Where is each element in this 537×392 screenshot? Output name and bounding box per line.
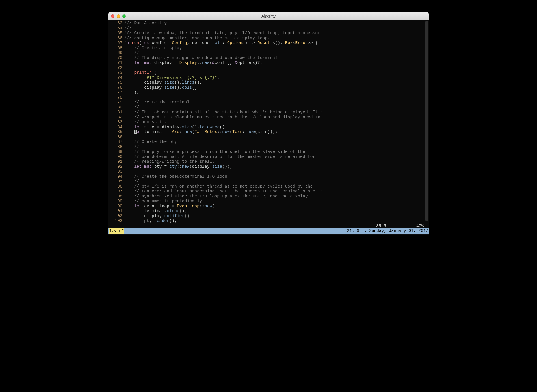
code-line[interactable]: 88 // xyxy=(108,145,429,150)
code-line[interactable]: 97 // renderer and input processing. Not… xyxy=(108,189,429,194)
line-number: 82 xyxy=(108,115,124,120)
code-line[interactable]: 101 terminal.clone(), xyxy=(108,209,429,214)
code-content[interactable]: // xyxy=(124,145,429,150)
code-content[interactable]: // xyxy=(124,105,429,110)
code-content[interactable]: // xyxy=(124,179,429,184)
code-content[interactable]: let terminal = Arc::new(FairMutex::new(T… xyxy=(124,130,429,135)
code-line[interactable]: 84 let size = display.size().to_owned(); xyxy=(108,125,429,130)
code-line[interactable]: 81 // This object contains all of the st… xyxy=(108,110,429,115)
code-line[interactable]: 83 // access it. xyxy=(108,120,429,125)
code-content[interactable] xyxy=(124,135,429,140)
code-content[interactable]: let event_loop = EventLoop::new( xyxy=(124,204,429,209)
code-content[interactable]: ); xyxy=(124,90,429,95)
code-line[interactable]: 63/// Run Alacritty xyxy=(108,21,429,26)
code-content[interactable]: // consumes it periodically. xyxy=(124,199,429,204)
code-content[interactable]: display.notifier(), xyxy=(124,214,429,219)
code-line[interactable]: 71 let mut display = Display::new(&confi… xyxy=(108,60,429,66)
line-number: 88 xyxy=(108,145,124,150)
code-line[interactable]: 75 display.size().lines(), xyxy=(108,80,429,85)
code-content[interactable]: display.size().lines(), xyxy=(124,80,429,85)
code-content[interactable]: // reading/writing to the shell. xyxy=(124,159,429,164)
code-content[interactable]: // The display manages a window and can … xyxy=(124,56,429,61)
code-line[interactable]: 64/// xyxy=(108,26,429,31)
code-content[interactable]: let mut pty = tty::new(display.size()); xyxy=(124,164,429,169)
code-line[interactable]: 100 let event_loop = EventLoop::new( xyxy=(108,204,429,209)
code-content[interactable]: /// xyxy=(124,26,429,31)
code-line[interactable]: 68 // Create a display. xyxy=(108,46,429,51)
line-number: 80 xyxy=(108,105,124,110)
code-line[interactable]: 70 // The display manages a window and c… xyxy=(108,56,429,61)
code-line[interactable]: 72 xyxy=(108,66,429,71)
close-icon[interactable] xyxy=(111,14,114,18)
terminal-body[interactable]: 63/// Run Alacritty64///65/// Creates a … xyxy=(108,20,429,235)
code-line[interactable]: 96 // pty I/O is ran on another thread a… xyxy=(108,184,429,189)
code-line[interactable]: 80 // xyxy=(108,105,429,110)
titlebar[interactable]: Alacritty xyxy=(108,12,429,20)
code-content[interactable]: /// Creates a window, the terminal state… xyxy=(124,31,429,36)
line-number: 64 xyxy=(108,26,124,31)
code-line[interactable]: 85 let terminal = Arc::new(FairMutex::ne… xyxy=(108,130,429,135)
code-content[interactable]: println!( xyxy=(124,70,429,75)
code-content[interactable]: // pseudoterminal. A file descriptor for… xyxy=(124,154,429,160)
code-content[interactable]: // pty I/O is ran on another thread as t… xyxy=(124,184,429,189)
code-line[interactable]: 67fn run(mut config: Config, options: cl… xyxy=(108,41,429,46)
code-line[interactable]: 65/// Creates a window, the terminal sta… xyxy=(108,31,429,36)
code-content[interactable] xyxy=(124,66,429,71)
code-content[interactable]: let size = display.size().to_owned(); xyxy=(124,125,429,130)
code-line[interactable]: 95 // xyxy=(108,179,429,184)
line-number: 72 xyxy=(108,66,124,71)
code-line[interactable]: 79 // Create the terminal xyxy=(108,100,429,105)
code-line[interactable]: 69 // xyxy=(108,51,429,56)
code-content[interactable]: // access it. xyxy=(124,120,429,125)
code-content[interactable]: "PTY Dimensions: {:?} x {:?}", xyxy=(124,75,429,80)
code-line[interactable]: 94 // Create the pseudoterminal I/O loop xyxy=(108,174,429,179)
code-line[interactable]: 92 let mut pty = tty::new(display.size()… xyxy=(108,164,429,169)
code-content[interactable]: let mut display = Display::new(&config, … xyxy=(124,60,429,66)
code-line[interactable]: 98 // synchronized since the I/O loop up… xyxy=(108,194,429,199)
zoom-icon[interactable] xyxy=(122,14,126,18)
code-line[interactable]: 73 println!( xyxy=(108,70,429,75)
code-line[interactable]: 93 xyxy=(108,169,429,174)
code-line[interactable]: 99 // consumes it periodically. xyxy=(108,199,429,204)
code-line[interactable]: 87 // Create the pty xyxy=(108,140,429,145)
code-line[interactable]: 66/// config change monitor, and runs th… xyxy=(108,36,429,41)
code-content[interactable]: fn run(mut config: Config, options: cli:… xyxy=(124,41,429,46)
code-line[interactable]: 74 "PTY Dimensions: {:?} x {:?}", xyxy=(108,75,429,80)
code-content[interactable]: // wrapped in a clonable mutex since bot… xyxy=(124,115,429,120)
code-content[interactable]: pty.reader(), xyxy=(124,219,429,224)
code-content[interactable]: // Create the pty xyxy=(124,140,429,145)
scrollbar[interactable] xyxy=(425,20,429,225)
code-line[interactable]: 86 xyxy=(108,135,429,140)
scrollbar-thumb[interactable] xyxy=(425,21,428,221)
code-line[interactable]: 102 display.notifier(), xyxy=(108,214,429,219)
code-content[interactable]: // Create the terminal xyxy=(124,100,429,105)
code-content[interactable] xyxy=(124,95,429,100)
code-content[interactable]: // This object contains all of the state… xyxy=(124,110,429,115)
code-content[interactable]: /// config change monitor, and runs the … xyxy=(124,36,429,41)
code-line[interactable]: 82 // wrapped in a clonable mutex since … xyxy=(108,115,429,120)
code-content[interactable] xyxy=(124,169,429,174)
code-content[interactable]: // Create the pseudoterminal I/O loop xyxy=(124,174,429,179)
code-editor[interactable]: 63/// Run Alacritty64///65/// Creates a … xyxy=(108,21,429,224)
code-content[interactable]: // synchronized since the I/O loop updat… xyxy=(124,194,429,199)
code-line[interactable]: 76 display.size().cols() xyxy=(108,85,429,90)
line-number: 99 xyxy=(108,199,124,204)
code-content[interactable]: /// Run Alacritty xyxy=(124,21,429,26)
code-line[interactable]: 78 xyxy=(108,95,429,100)
code-content[interactable]: // The pty forks a process to run the sh… xyxy=(124,149,429,154)
code-line[interactable]: 91 // reading/writing to the shell. xyxy=(108,159,429,164)
tmux-window-tab[interactable]: 1:vim* xyxy=(109,228,124,234)
code-line[interactable]: 77 ); xyxy=(108,90,429,95)
code-content[interactable]: terminal.clone(), xyxy=(124,209,429,214)
code-line[interactable]: 89 // The pty forks a process to run the… xyxy=(108,149,429,154)
line-number: 103 xyxy=(108,219,124,224)
minimize-icon[interactable] xyxy=(117,14,120,18)
scroll-percent: 47% xyxy=(410,224,424,229)
code-content[interactable]: // xyxy=(124,51,429,56)
code-line[interactable]: 90 // pseudoterminal. A file descriptor … xyxy=(108,154,429,160)
code-content[interactable]: // Create a display. xyxy=(124,46,429,51)
code-content[interactable]: // renderer and input processing. Note t… xyxy=(124,189,429,194)
line-number: 63 xyxy=(108,21,124,26)
code-line[interactable]: 103 pty.reader(), xyxy=(108,219,429,224)
code-content[interactable]: display.size().cols() xyxy=(124,85,429,90)
